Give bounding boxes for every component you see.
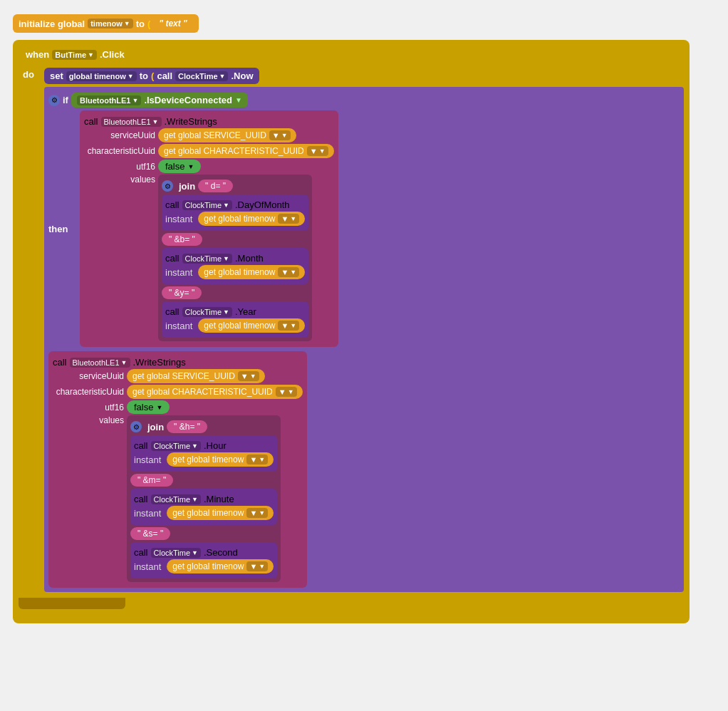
when-header: when ButTime .Click: [19, 46, 132, 63]
bracket-open: (: [151, 71, 154, 81]
char-uuid-dropdown-2[interactable]: ▼: [276, 387, 297, 397]
ws2-header: call BluetoothLE1 .WriteStrings: [53, 357, 303, 368]
ws1-utf16: utf16 false ▼: [84, 160, 334, 173]
clocktime-month-dropdown[interactable]: ClockTime: [182, 254, 232, 264]
utf16-label: utf16: [84, 162, 155, 172]
ws2-utf16: utf16 false ▼: [53, 400, 303, 414]
outer-wrapper-bottom: [19, 598, 125, 609]
month-block: call ClockTime .Month instant g: [162, 248, 308, 284]
timenow-get-4: get global timenow: [172, 455, 244, 465]
ws1-header: call BluetoothLE1 .WriteStrings: [84, 116, 334, 127]
set-text: set: [50, 71, 63, 81]
clocktime-minute-dropdown[interactable]: ClockTime: [151, 494, 201, 504]
d-equals: " d= ": [198, 180, 233, 192]
instant-label-4: instant: [134, 455, 161, 465]
ws2-values: values ⚙ join " &h= ": [53, 415, 303, 582]
s-equals: " &s= ": [130, 527, 170, 540]
clocktime-dom-dropdown[interactable]: ClockTime: [182, 200, 232, 210]
ws2-call: call: [53, 357, 67, 368]
buttime-dropdown[interactable]: ButTime: [52, 50, 97, 60]
month-instant: instant get global timenow ▼: [165, 265, 305, 279]
hour-text: .Hour: [204, 440, 227, 451]
outer-wrapper: when ButTime .Click do set global timeno…: [13, 40, 690, 623]
then-text: then: [48, 224, 77, 234]
join-header-1: ⚙ join " d= ": [162, 180, 308, 192]
h-equals: " &h= ": [167, 420, 207, 433]
timenow-get-3: get global timenow: [204, 321, 275, 331]
dom-header: call ClockTime .DayOfMonth: [165, 199, 305, 210]
join-text-2: join: [147, 422, 164, 432]
timenow-dropdown-3[interactable]: ▼: [278, 321, 299, 331]
do-row: do set global timenow to ( call ClockTim…: [19, 66, 684, 595]
timenow-dropdown-1[interactable]: ▼: [278, 214, 299, 224]
when-text: when: [26, 49, 49, 60]
timenow-dropdown-2[interactable]: ▼: [278, 267, 299, 277]
ws2-service-uuid: serviceUuid get global SERVICE_UUID ▼: [53, 369, 303, 383]
text-value: " text ": [153, 17, 192, 30]
global-timenow-dropdown[interactable]: global timenow: [66, 71, 137, 81]
click-text: .Click: [100, 49, 125, 60]
false-dropdown-2: ▼: [156, 404, 162, 411]
char-uuid-get-text: get global CHARACTERISTIC_UUID: [164, 146, 304, 156]
get-timenow-4: get global timenow ▼: [167, 452, 274, 467]
get-timenow-2: get global timenow ▼: [198, 265, 305, 279]
if-text: if: [63, 95, 68, 105]
month-text: .Month: [235, 253, 264, 264]
instant-label-1: instant: [165, 214, 192, 224]
clocktime-hour-dropdown[interactable]: ClockTime: [151, 441, 201, 451]
service-uuid-dropdown-2[interactable]: ▼: [238, 371, 259, 381]
init-label: initialize global timenow to ( " text ": [13, 14, 199, 33]
month-call: call: [165, 253, 180, 264]
ws2-method: .WriteStrings: [133, 357, 186, 368]
values-label-1: values: [84, 175, 155, 185]
get-timenow-5: get global timenow ▼: [167, 506, 274, 520]
timenow-dropdown-6[interactable]: ▼: [246, 561, 268, 571]
false-text-2: false: [134, 402, 153, 412]
ws1-method: .WriteStrings: [165, 116, 217, 127]
get-char-uuid-1: get global CHARACTERISTIC_UUID ▼: [158, 144, 334, 158]
bluetooth-ws2-dropdown[interactable]: BluetoothLE1: [70, 358, 130, 368]
m-equals-row: " &m= ": [130, 474, 277, 487]
call-text: call: [157, 71, 172, 81]
ws1-call: call: [84, 116, 98, 127]
false-block-2: false ▼: [127, 400, 170, 414]
then-row: then call BluetoothLE1 .WriteStrings: [48, 110, 680, 347]
ws1-service-uuid: serviceUuid get global SERVICE_UUID ▼: [84, 128, 334, 142]
char-uuid-dropdown-1[interactable]: ▼: [307, 146, 328, 156]
clocktime-year-dropdown[interactable]: ClockTime: [182, 307, 232, 317]
clocktime-dropdown1[interactable]: ClockTime: [175, 71, 228, 81]
bluetooth-connected-block: BluetoothLE1 .IsDeviceConnected ▼: [71, 93, 248, 108]
to-text: to: [136, 19, 145, 29]
second-text: .Second: [204, 547, 238, 558]
m-equals: " &m= ": [130, 474, 173, 487]
second-block: call ClockTime .Second instant: [130, 542, 277, 578]
year-call: call: [165, 306, 180, 317]
bluetooth-ws1-dropdown[interactable]: BluetoothLE1: [101, 117, 162, 127]
if-section: ⚙ if BluetoothLE1 .IsDeviceConnected ▼ t…: [44, 87, 684, 592]
to-label: to: [140, 71, 148, 81]
utf16-label-2: utf16: [53, 403, 124, 412]
service-uuid-dropdown-1[interactable]: ▼: [269, 130, 291, 140]
false-dropdown-1: ▼: [187, 163, 194, 170]
content-area: set global timenow to ( call ClockTime .…: [44, 66, 684, 595]
ws1-char-uuid: characteristicUuid get global CHARACTERI…: [84, 144, 334, 158]
get-timenow-3: get global timenow ▼: [198, 318, 305, 333]
timenow-dropdown-5[interactable]: ▼: [246, 508, 268, 518]
char-uuid-label-2: characteristicUuid: [53, 387, 124, 397]
ws2-char-uuid: characteristicUuid get global CHARACTERI…: [53, 385, 303, 399]
second-call: call: [134, 547, 148, 558]
timenow-dropdown[interactable]: timenow: [88, 19, 133, 28]
clocktime-second-dropdown[interactable]: ClockTime: [151, 548, 201, 558]
year-text: .Year: [235, 306, 256, 317]
get-timenow-6: get global timenow ▼: [167, 559, 274, 574]
dom-call: call: [165, 199, 180, 210]
init-text: initialize global: [19, 19, 85, 29]
get-timenow-1: get global timenow ▼: [198, 212, 305, 226]
second-header: call ClockTime .Second: [134, 547, 274, 558]
minute-header: call ClockTime .Minute: [134, 494, 274, 504]
bluetoothle1-dropdown1[interactable]: BluetoothLE1: [77, 95, 141, 105]
write-strings-block-2: call BluetoothLE1 .WriteStrings serviceU…: [48, 351, 307, 588]
set-block: set global timenow to ( call ClockTime .…: [44, 68, 259, 84]
s-equals-row: " &s= ": [130, 527, 277, 540]
timenow-dropdown-4[interactable]: ▼: [246, 455, 268, 465]
